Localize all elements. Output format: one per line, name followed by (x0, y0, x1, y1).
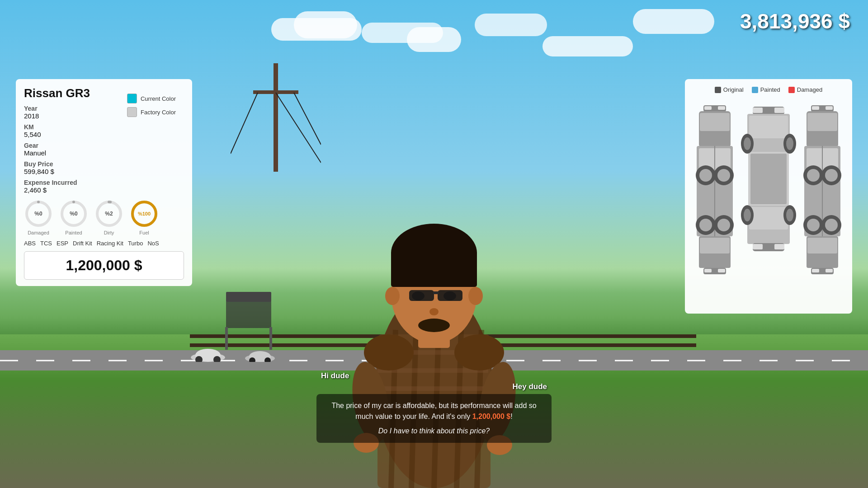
utility-pole (231, 63, 321, 178)
legend-original-label: Original (723, 86, 744, 93)
svg-rect-87 (749, 207, 788, 230)
distant-car-1 (190, 346, 226, 364)
gauge-dirty-circle: %2 (94, 199, 123, 228)
svg-point-96 (744, 209, 751, 221)
expense-label: Expense Incurred (24, 179, 184, 186)
svg-rect-11 (269, 327, 272, 350)
cloud-2 (294, 11, 357, 38)
features-row: ABS TCS ESP Drift Kit Racing Kit Turbo N… (24, 240, 184, 247)
svg-line-6 (294, 93, 321, 145)
gauge-fuel-text: %100 (138, 211, 151, 216)
gauge-damaged-label: Damaged (28, 230, 49, 235)
svg-rect-78 (718, 269, 725, 272)
buy-price-label: Buy Price (24, 160, 184, 168)
dialogue-area: Hi dude Hey dude The price of my car is … (316, 371, 552, 443)
current-color-swatch (127, 94, 137, 103)
gauge-damaged-circle: %0 (24, 199, 53, 228)
svg-point-36 (468, 287, 483, 305)
km-value: 5,540 (24, 131, 184, 138)
svg-rect-101 (807, 113, 837, 131)
gauges-row: %0 Damaged %0 Painted (24, 199, 184, 235)
svg-rect-81 (774, 108, 784, 113)
svg-rect-117 (826, 106, 833, 110)
current-color-row: Current Color (127, 94, 176, 103)
svg-point-71 (717, 219, 730, 231)
expense-row: Expense Incurred 2,460 $ (24, 179, 184, 194)
gauge-damaged-text: %0 (34, 211, 42, 217)
gauge-dirty-text: %2 (105, 211, 113, 217)
svg-rect-90 (774, 244, 784, 249)
dialogue-bubble: The price of my car is affordable, but i… (316, 394, 552, 443)
cloud-6 (542, 36, 633, 56)
svg-point-92 (744, 137, 751, 150)
svg-rect-75 (704, 106, 712, 110)
npc-name: Hey dude (316, 382, 552, 391)
cloud-4 (407, 27, 461, 52)
gauge-painted-label: Painted (65, 230, 82, 235)
buy-price-row: Buy Price 599,840 $ (24, 160, 184, 175)
svg-rect-34 (391, 251, 477, 287)
svg-rect-73 (700, 238, 730, 253)
gear-row: Gear Manuel (24, 142, 184, 157)
svg-rect-42 (438, 290, 462, 301)
cloud-7 (633, 9, 714, 34)
svg-line-7 (276, 93, 321, 163)
svg-point-108 (825, 169, 838, 182)
svg-rect-3 (274, 63, 278, 172)
svg-point-110 (807, 219, 820, 231)
svg-point-35 (385, 287, 400, 305)
km-label: KM (24, 123, 184, 131)
feature-abs: ABS (24, 240, 36, 247)
svg-rect-76 (718, 106, 725, 110)
gauge-dirty: %2 Dirty (94, 199, 123, 235)
svg-rect-60 (700, 113, 730, 131)
gear-value: Manuel (24, 149, 184, 157)
sell-price-display[interactable]: 1,200,000 $ (24, 251, 184, 280)
svg-rect-41 (409, 290, 434, 301)
legend-painted: Painted (752, 86, 780, 93)
svg-point-40 (418, 319, 450, 332)
svg-point-112 (825, 219, 838, 231)
svg-rect-89 (753, 244, 763, 249)
feature-tcs: TCS (40, 240, 52, 247)
feature-esp: ESP (57, 240, 68, 247)
current-color-label: Current Color (141, 95, 176, 102)
svg-point-67 (717, 169, 730, 182)
balance-text: 3,813,936 $ (740, 9, 850, 33)
player-line: Hi dude (316, 371, 552, 380)
currency-display: 3,813,936 $ (740, 9, 850, 33)
km-row: KM 5,540 (24, 123, 184, 138)
gauge-fuel-label: Fuel (139, 230, 149, 235)
legend-damaged-label: Damaged (797, 86, 822, 93)
svg-rect-9 (226, 292, 271, 302)
expense-value: 2,460 $ (24, 186, 184, 194)
gauge-fuel-circle: %100 (130, 199, 159, 228)
svg-point-98 (786, 209, 793, 221)
svg-point-94 (786, 137, 793, 150)
svg-rect-118 (812, 269, 819, 272)
legend-painted-label: Painted (760, 86, 780, 93)
feature-racing-kit: Racing Kit (97, 240, 123, 247)
feature-drift-kit: Drift Kit (73, 240, 92, 247)
gauge-painted-circle: %0 (59, 199, 88, 228)
dialogue-text-post: ! (510, 413, 512, 420)
dialogue-price-highlight: 1,200,000 $ (472, 413, 511, 420)
car-side-right-diagram (802, 103, 843, 302)
factory-color-label: Factory Color (141, 109, 176, 116)
svg-rect-80 (753, 108, 763, 113)
cloud-5 (475, 14, 547, 36)
svg-rect-83 (749, 116, 788, 138)
car-diagrams (692, 99, 845, 306)
svg-point-65 (699, 169, 712, 182)
car-top-diagram (739, 103, 798, 302)
feature-nos: NoS (147, 240, 159, 247)
factory-color-row: Factory Color (127, 107, 176, 117)
gauge-dirty-label: Dirty (104, 230, 114, 235)
distant-car-2 (244, 348, 276, 364)
legend-painted-dot (752, 87, 758, 93)
svg-point-69 (699, 219, 712, 231)
legend-original-dot (715, 87, 721, 93)
car-side-left-diagram (694, 103, 735, 302)
legend-damaged: Damaged (788, 86, 822, 93)
car-info-panel: Rissan GR3 Current Color Factory Color Y… (16, 79, 192, 286)
